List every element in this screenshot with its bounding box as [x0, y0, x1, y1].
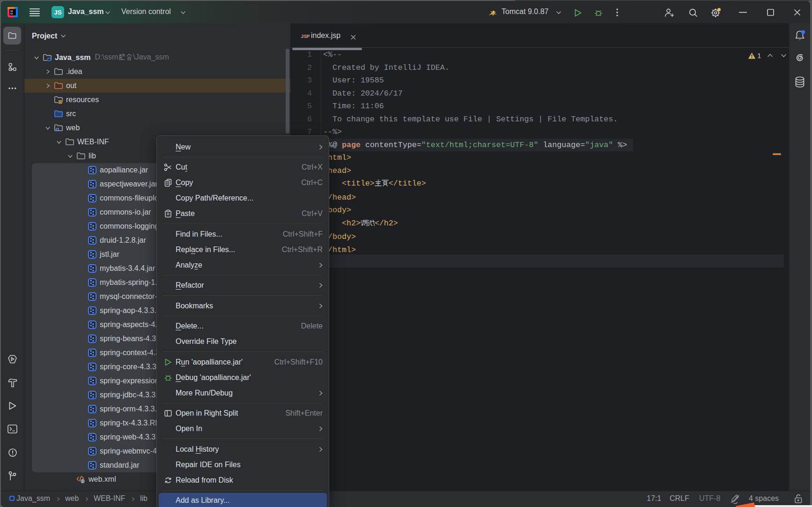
svg-text:IJ: IJ — [11, 10, 13, 13]
